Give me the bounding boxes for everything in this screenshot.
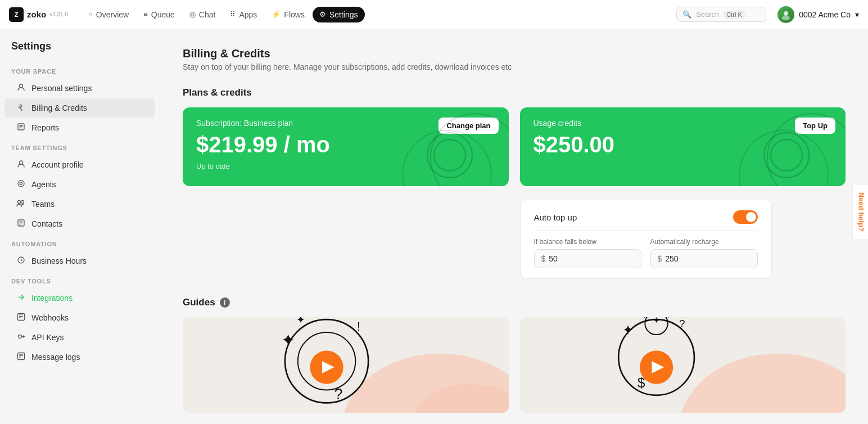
recharge-input[interactable]	[665, 254, 750, 263]
recharge-field-label: Automatically recharge	[650, 238, 758, 246]
guide-card-2: ✦ ? $ ✦	[520, 317, 846, 413]
svg-point-1	[782, 16, 790, 20]
teams-icon	[16, 199, 26, 209]
account-icon	[16, 160, 26, 170]
svg-text:✦: ✦	[652, 317, 659, 325]
guides-title: Guides	[183, 297, 215, 308]
settings-nav-icon: ⚙	[319, 10, 326, 19]
guides-info-badge[interactable]: i	[220, 297, 230, 308]
svg-text:?: ?	[334, 386, 343, 403]
clock-icon	[16, 256, 26, 266]
balance-dollar-sign: $	[541, 254, 546, 263]
auto-topup-label: Auto top up	[534, 213, 577, 222]
sidebar-item-agents[interactable]: Agents	[4, 175, 155, 194]
person-icon	[16, 83, 26, 93]
api-key-icon	[16, 332, 26, 342]
contacts-icon	[16, 219, 26, 229]
nav-chat[interactable]: ◎ Chat	[183, 7, 223, 22]
recharge-dollar-sign: $	[658, 254, 662, 263]
logo-area[interactable]: Z zoko v3.31.0	[9, 7, 68, 22]
sidebar-item-integrations[interactable]: Integrations	[4, 288, 155, 308]
svg-text:!: !	[357, 319, 360, 333]
recharge-field-group: Automatically recharge $	[650, 238, 758, 268]
plan-cards-row: Subscription: Business plan $219.99 / mo…	[183, 107, 846, 186]
svg-text:✦: ✦	[296, 317, 305, 326]
svg-point-0	[784, 11, 788, 16]
svg-point-9	[20, 183, 22, 185]
svg-point-7	[19, 161, 22, 164]
svg-point-2	[19, 84, 22, 88]
divider	[534, 231, 758, 231]
sidebar-item-account-profile[interactable]: Account profile	[4, 155, 155, 174]
nav-apps[interactable]: ⠿ Apps	[223, 7, 264, 22]
page-title: Billing & Credits	[183, 47, 846, 60]
balance-field-label: If balance falls below	[534, 238, 641, 246]
agents-icon	[16, 179, 26, 190]
topup-fields: If balance falls below $ Automatically r…	[534, 238, 758, 268]
recharge-field-input: $	[650, 249, 758, 268]
main-layout: Settings YOUR SPACE Personal settings ₹ …	[0, 0, 868, 424]
guide-card-inner-1: ✦ ! ✦ ?	[183, 317, 509, 413]
balance-input[interactable]	[549, 254, 634, 263]
chevron-down-icon: ▾	[855, 10, 859, 19]
sidebar-item-business-hours[interactable]: Business Hours	[4, 251, 155, 270]
guides-title-row: Guides i	[183, 297, 846, 308]
svg-point-11	[21, 201, 24, 204]
nav-settings[interactable]: ⚙ Settings	[313, 7, 365, 22]
guide-card-inner-2: ✦ ? $ ✦	[520, 317, 846, 413]
auto-topup-container: Auto top up If balance falls below $ Aut…	[520, 200, 772, 279]
svg-point-27	[434, 139, 465, 171]
overview-icon: ○	[88, 10, 93, 19]
message-logs-icon	[16, 352, 26, 362]
chat-icon: ◎	[189, 10, 196, 19]
sidebar-item-personal-settings[interactable]: Personal settings	[4, 79, 155, 98]
guide-cards: ✦ ! ✦ ?	[183, 317, 846, 413]
logo-icon: Z	[9, 7, 24, 22]
nav-flows[interactable]: ⚡ Flows	[265, 7, 311, 22]
main-content: Billing & Credits Stay on top of your bi…	[160, 29, 868, 424]
auto-topup-toggle[interactable]	[733, 210, 758, 224]
search-bar[interactable]: 🔍 Search Ctrl K	[676, 7, 766, 22]
sidebar-item-contacts[interactable]: Contacts	[4, 214, 155, 233]
auto-topup-box: Auto top up If balance falls below $ Aut…	[520, 200, 772, 279]
svg-text:✦: ✦	[622, 322, 633, 337]
integrations-icon	[16, 293, 26, 303]
top-navigation: Z zoko v3.31.0 ○ Overview ≡ Queue ◎ Chat…	[0, 0, 868, 29]
sidebar-item-api-keys[interactable]: API Keys	[4, 328, 155, 347]
sidebar-item-teams[interactable]: Teams	[4, 195, 155, 214]
nav-overview[interactable]: ○ Overview	[82, 7, 135, 22]
search-shortcut: Ctrl K	[724, 11, 745, 19]
flows-icon: ⚡	[272, 10, 281, 19]
svg-rect-17	[17, 314, 24, 321]
credits-card: Usage credits $250.00 Top Up	[520, 107, 846, 186]
billing-icon: ₹	[16, 103, 26, 113]
sidebar-section-dev-tools: DEV TOOLS	[0, 271, 160, 288]
reports-icon	[16, 123, 26, 133]
sidebar-section-team-settings: TEAM SETTINGS	[0, 138, 160, 155]
nav-items: ○ Overview ≡ Queue ◎ Chat ⠿ Apps ⚡ Flows…	[82, 7, 672, 22]
account-name: 0002 Acme Co	[799, 10, 851, 19]
sidebar-title: Settings	[0, 40, 160, 61]
account-area[interactable]: 0002 Acme Co ▾	[777, 6, 859, 23]
svg-rect-22	[17, 353, 24, 360]
balance-field-group: If balance falls below $	[534, 238, 641, 268]
sidebar-item-webhooks[interactable]: Webhooks	[4, 308, 155, 327]
queue-icon: ≡	[143, 10, 148, 19]
app-version: v3.31.0	[49, 11, 68, 17]
nav-queue[interactable]: ≡ Queue	[137, 7, 182, 22]
sidebar: Settings YOUR SPACE Personal settings ₹ …	[0, 29, 160, 424]
auto-topup-row: Auto top up	[534, 210, 758, 224]
sidebar-item-reports[interactable]: Reports	[4, 118, 155, 137]
webhooks-icon	[16, 313, 26, 323]
sidebar-item-billing-credits[interactable]: ₹ Billing & Credits	[4, 98, 155, 118]
guides-section: Guides i ✦	[183, 297, 846, 413]
app-name: zoko	[27, 10, 46, 19]
sidebar-item-message-logs[interactable]: Message logs	[4, 348, 155, 367]
need-help-tab[interactable]: Need help?	[852, 184, 868, 240]
svg-point-10	[18, 201, 21, 204]
guide-card-1: ✦ ! ✦ ?	[183, 317, 509, 413]
page-description: Stay on top of your billing here. Manage…	[183, 62, 846, 71]
subscription-card: Subscription: Business plan $219.99 / mo…	[183, 107, 509, 186]
sidebar-section-your-space: YOUR SPACE	[0, 61, 160, 78]
balance-field-input: $	[534, 249, 641, 268]
